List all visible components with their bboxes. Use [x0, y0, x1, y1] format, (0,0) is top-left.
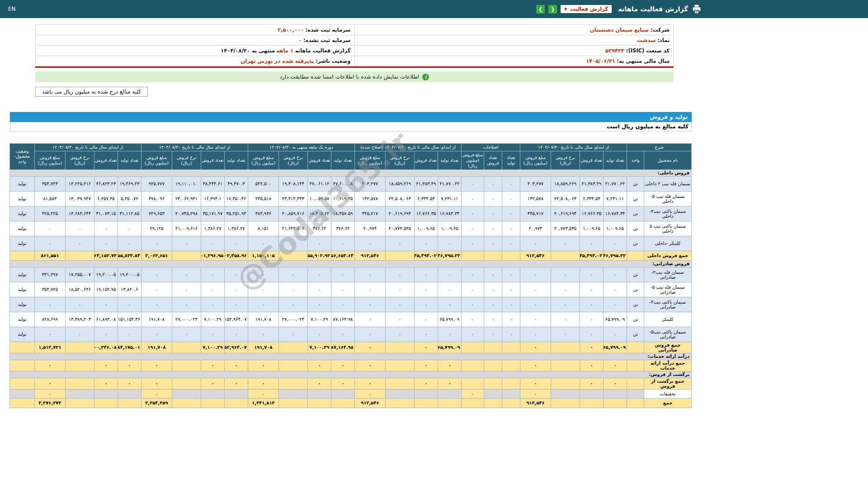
value-cell: ۳۷۶.۶۲ [307, 221, 331, 236]
product-name-cell: سیمان پاکتی تیپ ۵ داخلی [644, 221, 692, 236]
value-cell: ۱۳,۸۲۰.۶ [118, 282, 141, 297]
value-cell: ۲۷,۰۶۱.۱۲ [307, 176, 331, 191]
unit-cell: تن [627, 221, 644, 236]
value-cell: ۲۳۵,۵۱۸ [248, 191, 278, 206]
prev-report-button[interactable]: ❮ [548, 5, 557, 14]
header-sub: تعداد فروش [580, 151, 604, 170]
value-cell: ۰ [141, 267, 172, 282]
header-sub: مبلغ فروش (میلیون ریال) [461, 151, 484, 170]
value-cell: ۰ [414, 297, 438, 312]
value-cell: ۸۷,۱۶۴.۹۸ [331, 342, 354, 353]
value-cell: ۹۲۵,۷۷۷ [141, 176, 172, 191]
report-period-label: گزارش فعالیت ماهانه [295, 47, 351, 54]
next-report-button[interactable]: ❯ [536, 5, 545, 14]
value-cell: ۱۶,۷۶۶.۳۵ [414, 206, 438, 221]
disabled-cell [65, 389, 94, 398]
value-cell: ۰ [520, 378, 551, 389]
value-cell: ۰ [502, 236, 520, 251]
value-cell: ۰ [278, 267, 307, 282]
value-cell: ۶۱,۸۹۳.۰۸ [94, 312, 118, 327]
status-cell: تولید [9, 282, 34, 297]
header-sub: تعداد تولید [118, 151, 141, 170]
sum-row: جمع فروش صادراتی۶۵,۷۹۹.۰۹۰۰۶۵,۷۹۹.۰۹۰۰۸۷… [9, 342, 691, 353]
value-cell: ۲۰,۷۷۳,۵۳۵ [551, 221, 580, 236]
section-header-production-sales: تولید و فروش [10, 112, 692, 122]
header-sub: تعداد تولید [438, 151, 461, 170]
table-row: سیمان پاکتی تیپ۲- داخلیتن۱۶,۷۸۴.۳۴۱۶,۷۶۶… [9, 206, 691, 221]
value-cell: ۰ [484, 267, 502, 282]
value-cell: ۰ [484, 297, 502, 312]
value-cell: ۰ [604, 282, 627, 297]
value-cell: ۷,۱۰۰.۲۹ [201, 342, 224, 353]
status-cell: تولید [9, 327, 34, 342]
value-cell: ۱,۵۱۴,۷۲۱ [34, 342, 65, 353]
value-cell: ۲۳,۴۱۲,۳۳۳ [278, 191, 307, 206]
value-cell: ۰ [224, 378, 248, 389]
value-cell: ۱,۱۵۰,۱۰۵ [248, 251, 278, 260]
value-cell [414, 398, 438, 408]
value-cell: ۰ [604, 360, 627, 371]
value-cell [551, 251, 580, 260]
value-cell: ۰ [172, 327, 201, 342]
amounts-unit-subtitle: کلیه مبالغ به میلیون ریال است [10, 122, 692, 131]
value-cell: ۰ [580, 312, 604, 327]
value-cell: ۱۶,۷۸۴.۳۴ [438, 206, 461, 221]
language-toggle[interactable]: EN [8, 6, 16, 12]
value-cell: ۴۹,۳۷۰.۳ [224, 176, 248, 191]
isic-label: کد صنعت (ISIC): [626, 47, 670, 54]
sum-label-cell: جمع [644, 398, 692, 408]
value-cell: ۰ [201, 360, 224, 371]
disabled-cell [224, 389, 248, 398]
value-cell [385, 378, 414, 389]
value-cell: ۰ [502, 282, 520, 297]
value-cell: ۱,۰۰۹.۶۵ [580, 221, 604, 236]
listing-status-field: وضعیت ناشر: پذیرفته شده در بورس تهران [36, 56, 355, 66]
value-cell: ۲۹,۱۲۵ [141, 221, 172, 236]
value-cell: ۰ [604, 267, 627, 282]
value-cell: ۹۱۲,۵۴۶ [354, 398, 385, 408]
value-cell: ۶,۳۳۴.۵۳ [414, 191, 438, 206]
value-cell: ۰ [331, 360, 354, 371]
value-cell: ۲۱,۳۸۳.۴۹ [414, 176, 438, 191]
value-cell: ۰ [354, 297, 385, 312]
header-sub: نرخ فروش (ریال) [385, 151, 414, 170]
value-cell: ۰ [461, 221, 484, 236]
value-cell: ۰ [248, 389, 278, 398]
disabled-cell [118, 389, 141, 398]
value-cell: ۰ [141, 236, 172, 251]
value-cell: ۳۳۱,۲۹۷ [34, 267, 65, 282]
chevron-down-icon: ▼ [564, 7, 567, 11]
status-cell: تولید [9, 297, 34, 312]
report-type-dropdown[interactable]: گزارش فعالیت ▼ [561, 5, 612, 13]
value-cell: ۰ [484, 327, 502, 342]
unit-cell: تن [627, 327, 644, 342]
value-cell: ۰ [502, 221, 520, 236]
status-cell: تولید [9, 221, 34, 236]
value-cell: ۲۷,۰۰۰,۰۲۴ [172, 312, 201, 327]
product-name-cell: کلینکر [644, 312, 692, 327]
value-cell: ۲۰,۹۷۴ [520, 221, 551, 236]
value-cell: ۰ [414, 327, 438, 342]
value-cell: ۰ [385, 297, 414, 312]
value-cell: ۰ [354, 378, 385, 389]
value-cell: ۳۵۴,۷۲۵ [34, 282, 65, 297]
value-cell: ۱۸,۸۵۹,۲۶۹ [551, 176, 580, 191]
amounts-unit-note: کلیه مبالغ درج شده به میلیون ریال می باش… [35, 87, 148, 97]
value-cell [604, 398, 627, 408]
signature-match-text: اطلاعات نمایش داده شده با اطلاعات امضا ش… [280, 74, 420, 80]
header-sharh: شرح [627, 144, 692, 151]
value-cell: ۱۰۳,۴۵۸.۹۶ [224, 251, 248, 260]
product-name-cell: سیمان فله تیپ ۵- داخلی [644, 191, 692, 206]
value-cell: ۶۴,۱۵۳.۷۳ [94, 251, 118, 260]
disabled-cell [502, 389, 520, 398]
production-sales-section: تولید و فروش کلیه مبالغ به میلیون ریال ا… [10, 112, 692, 408]
header-sub: نرخ فروش (ریال) [65, 151, 94, 170]
disabled-cell [551, 389, 580, 398]
report-print-icon[interactable] [692, 4, 702, 14]
listing-status-value: پذیرفته شده در بورس تهران [241, 58, 314, 64]
value-cell: ۵۵,۹۰۲.۹۳ [307, 251, 331, 260]
value-cell: ۲,۲۵۴,۳۵۹ [141, 398, 172, 408]
value-cell: ۰ [331, 297, 354, 312]
value-cell: ۱۹,۱۵۲.۹۵ [94, 282, 118, 297]
value-cell: ۰ [520, 267, 551, 282]
